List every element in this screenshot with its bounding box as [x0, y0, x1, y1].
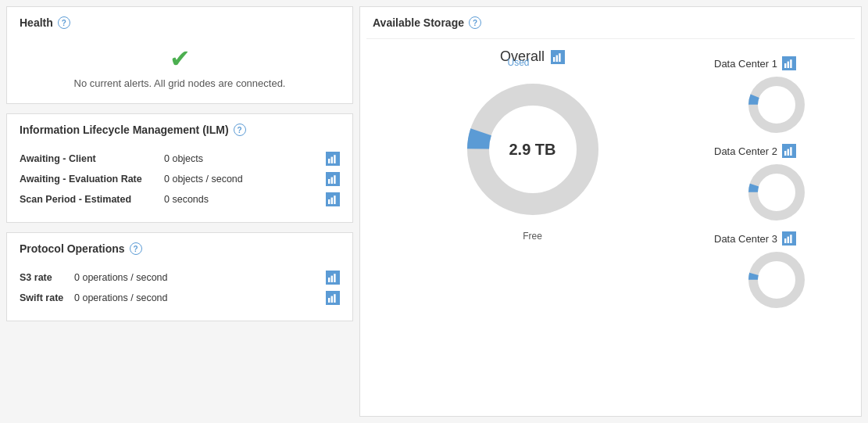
proto-row-value: 0 operations / second [74, 292, 326, 303]
protocol-row: Swift rate 0 operations / second [20, 288, 340, 308]
dc-item: Data Center 3 [698, 231, 855, 311]
svg-rect-0 [328, 159, 330, 163]
storage-content: Overall Used [366, 39, 855, 321]
svg-rect-30 [784, 238, 786, 243]
dc-chart-icon[interactable] [782, 144, 796, 158]
svg-rect-22 [790, 59, 791, 68]
dc-title: Data Center 3 [714, 231, 796, 246]
overall-section: Overall Used [366, 48, 698, 242]
dc-title: Data Center 2 [714, 144, 796, 158]
dc-name: Data Center 1 [714, 58, 777, 70]
dc-chart-icon[interactable] [782, 231, 796, 246]
ilm-chart-icon[interactable] [326, 152, 340, 166]
protocol-row: S3 rate 0 operations / second [20, 267, 340, 288]
overall-free-label: Free [523, 231, 542, 242]
main-layout: Health ? ✔ No current alerts. All grid n… [0, 0, 868, 423]
svg-rect-3 [328, 179, 330, 184]
svg-rect-27 [790, 147, 791, 156]
health-body: ✔ No current alerts. All grid nodes are … [20, 38, 340, 94]
ilm-row-label: Scan Period - Estimated [20, 194, 164, 205]
ilm-help-icon[interactable]: ? [234, 124, 246, 136]
proto-row-label: S3 rate [20, 272, 74, 283]
health-card: Health ? ✔ No current alerts. All grid n… [6, 6, 353, 104]
svg-rect-2 [334, 155, 335, 163]
svg-rect-26 [788, 149, 789, 156]
svg-rect-14 [334, 294, 335, 303]
ilm-header: Information Lifecycle Management (ILM) ? [20, 124, 340, 136]
svg-rect-5 [334, 175, 335, 184]
ilm-card: Information Lifecycle Management (ILM) ?… [6, 113, 353, 223]
dc-donut [745, 73, 808, 136]
svg-rect-16 [556, 55, 558, 61]
svg-rect-12 [328, 298, 330, 303]
svg-rect-1 [331, 157, 333, 163]
health-header: Health ? [20, 16, 340, 29]
protocol-header: Protocol Operations ? [20, 242, 340, 255]
proto-row-value: 0 operations / second [74, 272, 326, 283]
ilm-title: Information Lifecycle Management (ILM) [20, 124, 229, 136]
storage-help-icon[interactable]: ? [469, 16, 481, 29]
svg-point-23 [753, 81, 800, 128]
ilm-body: Awaiting - Client 0 objects Awaiting - E… [20, 145, 340, 213]
protocol-card: Protocol Operations ? S3 rate 0 operatio… [6, 232, 353, 321]
ilm-chart-icon[interactable] [326, 192, 340, 206]
protocol-title: Protocol Operations [20, 242, 125, 255]
ilm-row: Awaiting - Evaluation Rate 0 objects / s… [20, 169, 340, 189]
ilm-row-label: Awaiting - Evaluation Rate [20, 174, 164, 185]
health-title: Health [20, 16, 53, 29]
ilm-row-value: 0 seconds [164, 194, 326, 205]
svg-rect-11 [334, 274, 335, 282]
protocol-help-icon[interactable]: ? [130, 242, 142, 255]
dc-chart-icon[interactable] [782, 56, 796, 70]
health-status-text: No current alerts. All grid nodes are co… [74, 77, 286, 89]
storage-title: Available Storage [373, 16, 464, 29]
svg-rect-4 [331, 177, 333, 184]
protocol-body: S3 rate 0 operations / second Swift rate… [20, 264, 340, 311]
svg-rect-8 [334, 195, 335, 204]
dc-donut [745, 249, 808, 311]
overall-center-label: 2.9 TB [509, 141, 555, 159]
svg-rect-13 [331, 296, 333, 303]
ilm-row-label: Awaiting - Client [20, 153, 164, 164]
dc-name: Data Center 2 [714, 145, 777, 157]
proto-chart-icon[interactable] [326, 291, 340, 305]
overall-used-label: Used [508, 57, 530, 68]
svg-rect-9 [328, 278, 330, 282]
overall-chart-icon[interactable] [551, 50, 565, 64]
dc-section: Data Center 1 Data Center 2 [698, 48, 855, 311]
health-help-icon[interactable]: ? [58, 16, 70, 29]
overall-donut: 2.9 TB [455, 71, 611, 228]
svg-rect-21 [788, 62, 789, 68]
svg-rect-17 [559, 53, 560, 62]
svg-point-33 [753, 256, 800, 303]
health-checkmark: ✔ [170, 46, 191, 71]
ilm-row-value: 0 objects [164, 153, 326, 164]
dc-name: Data Center 3 [714, 233, 777, 245]
dc-title: Data Center 1 [714, 56, 796, 70]
proto-chart-icon[interactable] [326, 271, 340, 285]
svg-rect-20 [784, 63, 786, 68]
svg-rect-6 [328, 199, 330, 204]
ilm-row: Awaiting - Client 0 objects [20, 149, 340, 169]
storage-panel: Available Storage ? Overall Used [359, 6, 862, 417]
dc-item: Data Center 1 [698, 56, 855, 136]
svg-rect-32 [790, 235, 791, 243]
svg-point-28 [753, 169, 800, 216]
ilm-row-value: 0 objects / second [164, 174, 326, 185]
svg-rect-10 [331, 276, 333, 282]
svg-rect-31 [788, 237, 789, 243]
svg-rect-15 [553, 57, 555, 62]
dc-donut [745, 161, 808, 224]
dc-item: Data Center 2 [698, 144, 855, 224]
ilm-row: Scan Period - Estimated 0 seconds [20, 189, 340, 210]
svg-rect-25 [784, 151, 786, 156]
left-panel: Health ? ✔ No current alerts. All grid n… [0, 0, 359, 423]
proto-row-label: Swift rate [20, 292, 74, 303]
storage-header: Available Storage ? [366, 13, 855, 39]
svg-rect-7 [331, 198, 333, 204]
ilm-chart-icon[interactable] [326, 172, 340, 186]
